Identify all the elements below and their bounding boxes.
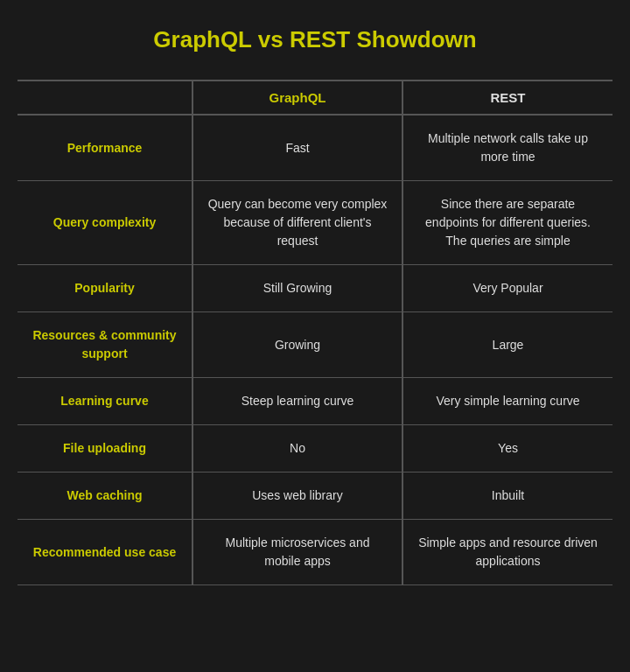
cell-graphql: No — [192, 425, 402, 472]
comparison-table: GraphQL REST PerformanceFastMultiple net… — [18, 80, 612, 585]
cell-category: Web caching — [18, 472, 192, 520]
cell-rest: Simple apps and resource driven applicat… — [402, 520, 612, 585]
table-row: File uploadingNoYes — [18, 425, 612, 472]
main-container: GraphQL vs REST Showdown GraphQL REST Pe… — [18, 18, 612, 585]
cell-graphql: Multiple microservices and mobile apps — [192, 520, 402, 585]
header-rest: REST — [402, 80, 612, 115]
header-graphql: GraphQL — [192, 80, 402, 115]
cell-category: Recommended use case — [18, 520, 192, 585]
cell-category: File uploading — [18, 425, 192, 472]
table-body: PerformanceFastMultiple network calls ta… — [18, 115, 612, 585]
cell-graphql: Query can become very complex because of… — [192, 181, 402, 265]
page-title: GraphQL vs REST Showdown — [18, 18, 612, 62]
table-row: PerformanceFastMultiple network calls ta… — [18, 115, 612, 181]
cell-graphql: Fast — [192, 115, 402, 181]
cell-rest: Large — [402, 312, 612, 378]
cell-category: Resources & community support — [18, 312, 192, 378]
table-row: Learning curveSteep learning curveVery s… — [18, 378, 612, 425]
cell-category: Query complexity — [18, 181, 192, 265]
cell-graphql: Uses web library — [192, 472, 402, 520]
cell-graphql: Still Growing — [192, 265, 402, 312]
cell-rest: Very Popular — [402, 265, 612, 312]
cell-graphql: Growing — [192, 312, 402, 378]
table-row: Web cachingUses web libraryInbuilt — [18, 472, 612, 520]
cell-rest: Inbuilt — [402, 472, 612, 520]
header-category — [18, 80, 192, 115]
table-row: PopularityStill GrowingVery Popular — [18, 265, 612, 312]
cell-rest: Since there are separate endpoints for d… — [402, 181, 612, 265]
table-row: Query complexityQuery can become very co… — [18, 181, 612, 265]
cell-category: Popularity — [18, 265, 192, 312]
table-row: Recommended use caseMultiple microservic… — [18, 520, 612, 585]
table-header-row: GraphQL REST — [18, 80, 612, 115]
table-row: Resources & community supportGrowingLarg… — [18, 312, 612, 378]
cell-category: Learning curve — [18, 378, 192, 425]
cell-rest: Multiple network calls take up more time — [402, 115, 612, 181]
cell-category: Performance — [18, 115, 192, 181]
cell-graphql: Steep learning curve — [192, 378, 402, 425]
cell-rest: Yes — [402, 425, 612, 472]
cell-rest: Very simple learning curve — [402, 378, 612, 425]
